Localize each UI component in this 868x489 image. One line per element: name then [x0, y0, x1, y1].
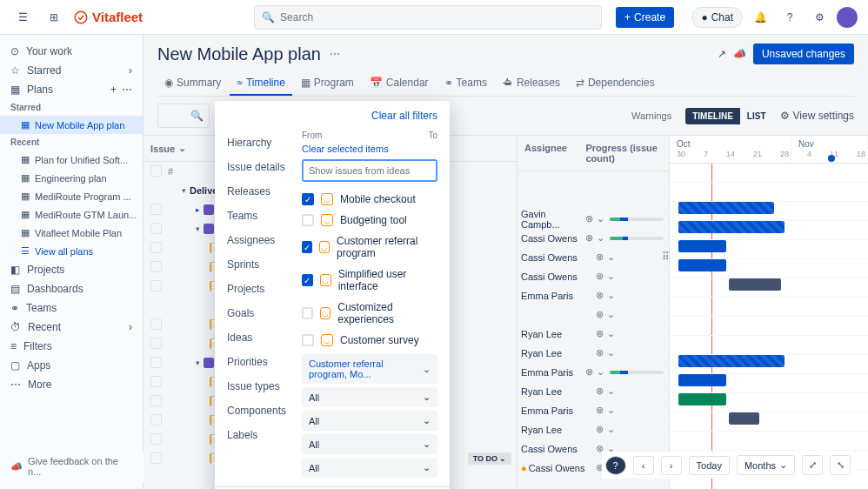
sidebar-more[interactable]: ⋯More: [0, 375, 143, 394]
checkbox-checked[interactable]: ✓: [302, 274, 313, 286]
chevron-down-icon[interactable]: ⌄: [597, 213, 604, 224]
checkbox[interactable]: [150, 165, 162, 177]
chevron-down-icon[interactable]: ⌄: [607, 290, 615, 301]
priorities-select[interactable]: All⌄: [302, 387, 437, 407]
chevron-down-icon[interactable]: ⌄: [607, 385, 615, 397]
status-todo[interactable]: TO DO⌄: [468, 452, 511, 465]
expand-icon[interactable]: ▸: [196, 205, 200, 214]
more-icon[interactable]: ⋯: [330, 48, 340, 60]
sidebar-filters[interactable]: ≡Filters: [0, 337, 143, 356]
checkbox[interactable]: [150, 414, 162, 425]
checkbox[interactable]: [150, 242, 162, 253]
checkbox[interactable]: [150, 338, 162, 349]
checkbox[interactable]: [150, 318, 162, 330]
checkbox[interactable]: [150, 204, 162, 215]
legend-button[interactable]: ?: [605, 456, 626, 475]
filter-cat-issue-types[interactable]: Issue types: [227, 374, 302, 399]
filter-option[interactable]: ✓◡Simplified user interface: [302, 264, 437, 297]
unsaved-changes-badge[interactable]: Unsaved changes: [753, 44, 854, 64]
sidebar-view-all-plans[interactable]: ☰View all plans: [0, 242, 143, 260]
sidebar-projects[interactable]: ◧Projects: [0, 260, 143, 279]
zoom-selector[interactable]: Months⌄: [737, 455, 795, 475]
chevron-down-icon[interactable]: ⌄: [597, 366, 604, 378]
sidebar-plans-section[interactable]: ▦Plans+⋯: [0, 80, 143, 99]
checkbox[interactable]: [150, 433, 162, 445]
app-switcher-icon[interactable]: ⊞: [42, 5, 66, 30]
checkbox[interactable]: [150, 357, 162, 368]
sidebar-item[interactable]: ▦Engineering plan: [0, 169, 143, 187]
scroll-right-button[interactable]: ›: [661, 456, 682, 475]
checkbox[interactable]: [150, 280, 162, 291]
gantt-bar[interactable]: [678, 355, 785, 367]
gantt-bar[interactable]: [678, 221, 785, 233]
gantt-bar[interactable]: [729, 278, 781, 291]
help-icon[interactable]: ?: [778, 5, 802, 30]
global-search[interactable]: 🔍: [254, 5, 602, 30]
clear-icon[interactable]: ⊗: [596, 290, 604, 301]
tab-program[interactable]: ▦Program: [294, 71, 361, 96]
clear-selected-link[interactable]: Clear selected items: [302, 144, 437, 154]
brand-logo[interactable]: Vitafleet: [73, 10, 143, 25]
checkbox[interactable]: [302, 214, 314, 226]
checkbox[interactable]: [150, 376, 162, 387]
clear-icon[interactable]: ⊗: [596, 405, 604, 416]
clear-icon[interactable]: ⊗: [585, 213, 593, 224]
tab-summary[interactable]: ◉Summary: [157, 71, 228, 96]
filter-cat-components[interactable]: Components: [227, 399, 302, 423]
warnings-button[interactable]: Warnings: [624, 107, 678, 124]
tab-teams[interactable]: ⚭Teams: [437, 71, 494, 96]
labels-select[interactable]: All⌄: [302, 458, 437, 478]
filter-option[interactable]: ✓◡Customer referral program: [302, 231, 437, 264]
clear-icon[interactable]: ⊗: [596, 271, 604, 282]
fullscreen-button[interactable]: ⤡: [830, 455, 851, 475]
view-settings-button[interactable]: ⚙ View settings: [780, 110, 854, 122]
chevron-down-icon[interactable]: ⌄: [607, 251, 615, 263]
chevron-down-icon[interactable]: ⌄: [607, 424, 615, 435]
checkbox[interactable]: [302, 334, 314, 346]
filter-cat-ideas[interactable]: Ideas: [227, 325, 302, 350]
expand-icon[interactable]: ▾: [196, 224, 200, 233]
filter-option[interactable]: ✓◡Mobile checkout: [302, 189, 437, 210]
checkbox[interactable]: [150, 452, 162, 464]
clear-icon[interactable]: ⊗: [585, 366, 593, 378]
checkbox-checked[interactable]: ✓: [302, 193, 314, 205]
sidebar-starred-section[interactable]: ☆Starred›: [0, 61, 143, 80]
checkbox[interactable]: [302, 307, 313, 319]
issue-types-select[interactable]: All⌄: [302, 411, 437, 431]
filter-cat-goals[interactable]: Goals: [227, 301, 302, 325]
tab-calendar[interactable]: 📅Calendar: [363, 71, 436, 96]
checkbox[interactable]: [150, 223, 162, 234]
gantt-bar[interactable]: [678, 374, 726, 386]
clear-icon[interactable]: ⊗: [596, 347, 604, 358]
megaphone-icon[interactable]: 📣: [733, 48, 746, 60]
scroll-left-button[interactable]: ‹: [633, 456, 654, 475]
col-progress-header[interactable]: Progress (issue count): [578, 136, 669, 171]
checkbox[interactable]: [150, 261, 162, 272]
gantt-bar[interactable]: [678, 202, 774, 214]
filter-cat-sprints[interactable]: Sprints: [227, 252, 302, 277]
sidebar-your-work[interactable]: ⊙Your work: [0, 42, 143, 61]
gantt-bar[interactable]: [729, 412, 759, 425]
filter-cat-teams[interactable]: Teams: [227, 204, 302, 228]
gantt-pane[interactable]: Oct Nov 30714212841118: [670, 136, 868, 489]
share-icon[interactable]: ↗: [718, 48, 726, 60]
expand-icon[interactable]: ▾: [196, 358, 200, 367]
filter-cat-hierarchy[interactable]: Hierarchy: [227, 131, 302, 155]
checkbox[interactable]: [150, 395, 162, 406]
filter-cat-labels[interactable]: Labels: [227, 423, 302, 447]
filter-cat-priorities[interactable]: Priorities: [227, 350, 302, 374]
chat-button[interactable]: ● Chat: [691, 7, 743, 28]
clear-icon[interactable]: ⊗: [596, 424, 604, 435]
settings-icon[interactable]: ⚙: [807, 5, 831, 30]
expand-icon[interactable]: ▾: [182, 186, 186, 195]
sidebar-apps[interactable]: ▢Apps: [0, 356, 143, 375]
clear-icon[interactable]: ⊗: [596, 328, 604, 339]
sidebar-item-new-mobile-app[interactable]: ▦New Mobile App plan: [0, 116, 143, 134]
column-resize-handle[interactable]: ⠿: [662, 251, 671, 263]
filter-option[interactable]: ◡Customer survey: [302, 330, 437, 351]
ideas-select[interactable]: Customer referral program, Mo...⌄: [302, 354, 437, 384]
clear-all-filters-link[interactable]: Clear all filters: [371, 110, 437, 122]
sidebar-recent-nav[interactable]: ⏱Recent›: [0, 318, 143, 337]
plus-icon[interactable]: +: [110, 84, 117, 96]
milestone-marker[interactable]: [828, 155, 835, 162]
